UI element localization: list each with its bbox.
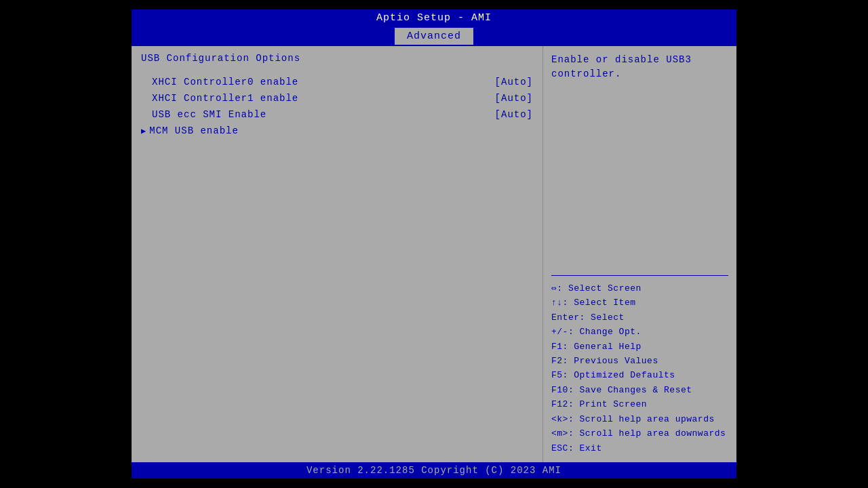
app-container: Aptio Setup - AMI Advanced USB Configura… bbox=[132, 9, 736, 479]
shortcut-line: Enter: Select bbox=[551, 310, 728, 325]
shortcut-line: <k>: Scroll help area upwards bbox=[551, 412, 728, 426]
submenu-arrow-icon: ▶ bbox=[141, 126, 146, 136]
shortcut-line: F12: Print Screen bbox=[551, 397, 728, 411]
menu-bar: Advanced bbox=[132, 26, 736, 46]
item-label: USB ecc SMI Enable bbox=[152, 109, 495, 120]
title-bar: Aptio Setup - AMI bbox=[132, 9, 736, 26]
item-value: [Auto] bbox=[495, 77, 533, 87]
item-value: [Auto] bbox=[495, 93, 533, 104]
config-item[interactable]: USB ecc SMI Enable[Auto] bbox=[141, 108, 533, 121]
item-value: [Auto] bbox=[495, 109, 533, 120]
right-panel: Enable or disable USB3 controller. ⇔: Se… bbox=[543, 46, 736, 462]
help-text: Enable or disable USB3 controller. bbox=[551, 53, 728, 270]
config-item[interactable]: ▶MCM USB enable bbox=[141, 125, 533, 137]
content-area: USB Configuration Options XHCI Controlle… bbox=[132, 46, 736, 462]
shortcut-line: F2: Previous Values bbox=[551, 354, 728, 368]
shortcut-line: F10: Save Changes & Reset bbox=[551, 383, 728, 397]
advanced-tab[interactable]: Advanced bbox=[395, 28, 473, 45]
footer: Version 2.22.1285 Copyright (C) 2023 AMI bbox=[132, 462, 736, 479]
divider bbox=[551, 275, 728, 276]
shortcut-line: ⇔: Select Screen bbox=[551, 281, 728, 296]
shortcut-line: <m>: Scroll help area downwards bbox=[551, 426, 728, 441]
item-label: XHCI Controller1 enable bbox=[152, 93, 495, 104]
shortcut-line: F1: General Help bbox=[551, 340, 728, 354]
section-title: USB Configuration Options bbox=[141, 53, 533, 64]
config-item[interactable]: XHCI Controller0 enable[Auto] bbox=[141, 76, 533, 88]
config-items-container: XHCI Controller0 enable[Auto]XHCI Contro… bbox=[141, 76, 533, 137]
shortcut-line: +/-: Change Opt. bbox=[551, 325, 728, 339]
version-text: Version 2.22.1285 Copyright (C) 2023 AMI bbox=[307, 465, 561, 476]
shortcut-line: ↑↓: Select Item bbox=[551, 296, 728, 310]
app-title: Aptio Setup - AMI bbox=[376, 12, 492, 24]
item-label: XHCI Controller0 enable bbox=[152, 77, 495, 87]
shortcuts: ⇔: Select Screen↑↓: Select ItemEnter: Se… bbox=[551, 281, 728, 455]
shortcut-line: ESC: Exit bbox=[551, 441, 728, 455]
item-label: MCM USB enable bbox=[149, 125, 533, 136]
config-item[interactable]: XHCI Controller1 enable[Auto] bbox=[141, 92, 533, 104]
left-panel: USB Configuration Options XHCI Controlle… bbox=[132, 46, 543, 462]
shortcut-line: F5: Optimized Defaults bbox=[551, 368, 728, 382]
